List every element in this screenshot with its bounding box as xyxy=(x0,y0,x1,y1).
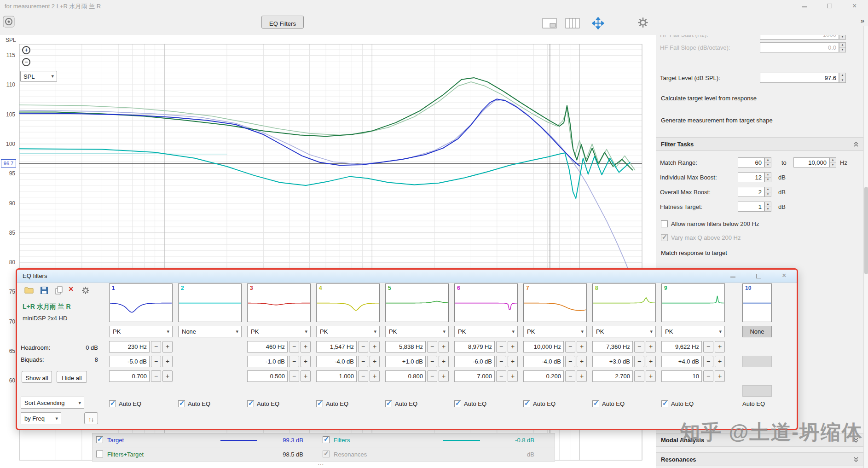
gain-decrement-button[interactable]: − xyxy=(703,356,713,367)
freq-increment-button[interactable]: + xyxy=(162,341,173,352)
auto-eq-checkbox[interactable] xyxy=(454,400,461,407)
q-increment-button[interactable]: + xyxy=(301,370,311,382)
filter-gain-field[interactable]: -6.0 dB xyxy=(454,356,495,367)
gain-increment-button[interactable]: + xyxy=(715,356,725,367)
filter-type-dropdown[interactable]: PK▾ xyxy=(454,326,518,337)
gain-decrement-button[interactable]: − xyxy=(427,356,437,367)
zoom-out-button[interactable]: − xyxy=(22,58,30,66)
pan-arrows-icon[interactable] xyxy=(592,17,604,31)
collapse-chevrons-icon[interactable] xyxy=(853,142,859,149)
freq-increment-button[interactable]: + xyxy=(439,341,449,352)
gain-increment-button[interactable]: + xyxy=(370,356,380,367)
minimize-icon[interactable] xyxy=(802,6,807,7)
spinner-up-icon[interactable]: ▲ xyxy=(765,187,771,192)
zoom-in-button[interactable]: + xyxy=(22,46,30,54)
filter-tasks-header[interactable]: Filter Tasks xyxy=(656,137,863,151)
auto-eq-checkbox[interactable] xyxy=(316,400,323,407)
target-level-field[interactable]: 97.6 xyxy=(760,73,839,83)
hf-fall-slope-spinner[interactable]: ▲▼ xyxy=(839,42,846,52)
vary-max-q-checkbox[interactable] xyxy=(661,234,668,241)
q-increment-button[interactable]: + xyxy=(715,370,725,382)
filter-mini-graph[interactable]: 8 xyxy=(592,283,656,322)
layout-columns-icon[interactable] xyxy=(565,18,580,30)
filter-type-dropdown[interactable]: PK▾ xyxy=(247,326,311,337)
filter-freq-field[interactable]: 230 Hz xyxy=(109,341,150,352)
spinner-up-icon[interactable]: ▲ xyxy=(830,158,836,163)
q-decrement-button[interactable]: − xyxy=(358,370,368,382)
spinner-down-icon[interactable]: ▼ xyxy=(839,35,845,40)
filter-mini-graph[interactable]: 7 xyxy=(523,283,587,322)
resonances-visibility-checkbox[interactable] xyxy=(323,451,330,457)
filter-q-field[interactable]: 2.700 xyxy=(592,370,633,382)
freq-decrement-button[interactable]: − xyxy=(289,341,299,352)
filter-freq-field[interactable]: 5,838 Hz xyxy=(385,341,426,352)
flatness-target-field[interactable]: 1 xyxy=(738,202,764,212)
filters-visibility-checkbox[interactable] xyxy=(323,436,330,443)
filter-type-dropdown[interactable]: PK▾ xyxy=(316,326,380,337)
freq-decrement-button[interactable]: − xyxy=(565,341,575,352)
filter-mini-graph[interactable]: 4 xyxy=(316,283,380,322)
q-decrement-button[interactable]: − xyxy=(634,370,644,382)
freq-decrement-button[interactable]: − xyxy=(427,341,437,352)
filter-type-dropdown[interactable]: PK▾ xyxy=(523,326,587,337)
gain-increment-button[interactable]: + xyxy=(301,356,311,367)
hf-fall-slope-field[interactable]: 0.0 xyxy=(760,42,839,52)
gain-decrement-button[interactable]: − xyxy=(634,356,644,367)
q-decrement-button[interactable]: − xyxy=(289,370,299,382)
auto-eq-checkbox[interactable] xyxy=(247,400,254,407)
gain-increment-button[interactable]: + xyxy=(162,356,173,367)
layout-single-graph-icon[interactable] xyxy=(542,18,557,30)
spinner-down-icon[interactable]: ▼ xyxy=(839,48,845,52)
match-range-from-field[interactable]: 60 xyxy=(738,157,764,168)
individual-max-boost-field[interactable]: 12 xyxy=(738,172,764,182)
match-range-from-spinner[interactable]: ▲▼ xyxy=(764,157,771,168)
vertical-scrollbar[interactable] xyxy=(863,26,868,468)
scrollbar-thumb[interactable] xyxy=(864,187,868,274)
auto-eq-checkbox[interactable] xyxy=(385,400,392,407)
filter-mini-graph[interactable]: 6 xyxy=(454,283,518,322)
filter-q-field[interactable]: 1.000 xyxy=(316,370,357,382)
auto-eq-checkbox[interactable] xyxy=(661,400,668,407)
spinner-up-icon[interactable]: ▲ xyxy=(765,202,771,207)
filter-gain-field[interactable]: +4.0 dB xyxy=(661,356,702,367)
q-decrement-button[interactable]: − xyxy=(496,370,506,382)
filter-type-dropdown[interactable]: PK▾ xyxy=(592,326,656,337)
spinner-down-icon[interactable]: ▼ xyxy=(765,178,771,182)
filter-type-dropdown[interactable]: PK▾ xyxy=(661,326,725,337)
filter-type-dropdown[interactable]: PK▾ xyxy=(385,326,449,337)
match-range-to-field[interactable]: 10,000 xyxy=(793,157,829,168)
q-decrement-button[interactable]: − xyxy=(703,370,713,382)
spinner-down-icon[interactable]: ▼ xyxy=(765,192,771,197)
freq-decrement-button[interactable]: − xyxy=(703,341,713,352)
spinner-down-icon[interactable]: ▼ xyxy=(765,207,771,212)
app-icon[interactable] xyxy=(3,16,15,29)
filter-type-dropdown[interactable]: None▾ xyxy=(178,326,242,337)
flatness-target-spinner[interactable]: ▲▼ xyxy=(764,202,771,212)
individual-max-boost-spinner[interactable]: ▲▼ xyxy=(764,172,771,182)
filter-type-dropdown[interactable]: PK▾ xyxy=(109,326,173,337)
spinner-down-icon[interactable]: ▼ xyxy=(839,78,845,83)
filter-gain-field[interactable]: -5.0 dB xyxy=(109,356,150,367)
gain-decrement-button[interactable]: − xyxy=(151,356,161,367)
filter-freq-field[interactable]: 1,547 Hz xyxy=(316,341,357,352)
filter-q-field[interactable]: 0.200 xyxy=(523,370,564,382)
generate-measurement-button[interactable]: Generate measurement from target shape xyxy=(661,117,773,124)
resonances-header[interactable]: Resonances xyxy=(656,452,863,466)
spinner-up-icon[interactable]: ▲ xyxy=(839,73,845,78)
spinner-up-icon[interactable]: ▲ xyxy=(839,43,845,48)
freq-increment-button[interactable]: + xyxy=(301,341,311,352)
gear-icon[interactable] xyxy=(637,17,648,29)
q-decrement-button[interactable]: − xyxy=(565,370,575,382)
q-increment-button[interactable]: + xyxy=(370,370,380,382)
filter-q-field[interactable]: 0.500 xyxy=(247,370,288,382)
filter-q-field[interactable]: 0.700 xyxy=(109,370,150,382)
gain-decrement-button[interactable]: − xyxy=(565,356,575,367)
filter-gain-field[interactable]: -1.0 dB xyxy=(247,356,288,367)
spinner-up-icon[interactable]: ▲ xyxy=(765,173,771,178)
splitter-handle[interactable]: ⋯ xyxy=(307,460,335,468)
gain-increment-button[interactable]: + xyxy=(508,356,518,367)
target-level-spinner[interactable]: ▲▼ xyxy=(839,73,846,83)
close-icon[interactable]: × xyxy=(852,2,856,10)
q-decrement-button[interactable]: − xyxy=(427,370,437,382)
filter-freq-field[interactable]: 10,000 Hz xyxy=(523,341,564,352)
